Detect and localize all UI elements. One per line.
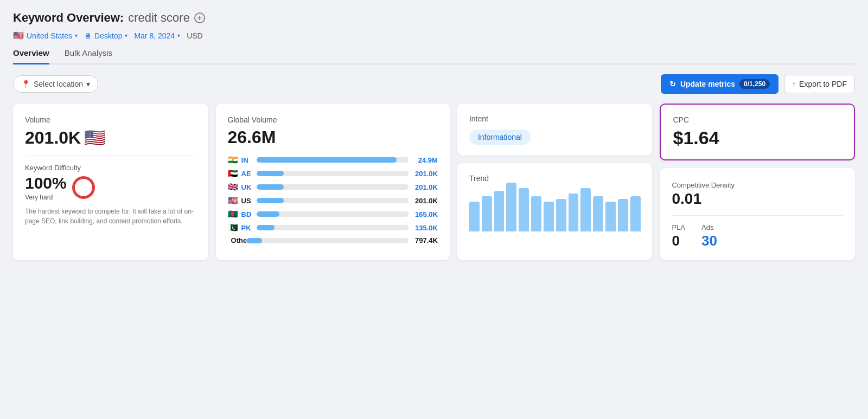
- cpc-card: CPC $1.64: [660, 104, 855, 160]
- select-location-label: Select location: [34, 80, 83, 88]
- cpc-label: CPC: [673, 115, 842, 124]
- country-flag: 🇺🇸: [228, 196, 238, 205]
- ads-value: 30: [701, 233, 717, 249]
- tab-overview[interactable]: Overview: [13, 48, 49, 65]
- difficulty-section: Keyword Difficulty 100% Very hard The ha…: [25, 164, 196, 226]
- device-selector[interactable]: 🖥 Desktop ▾: [84, 31, 127, 40]
- bar-fill: [257, 225, 275, 230]
- country-flag: 🇵🇰: [228, 223, 238, 233]
- update-metrics-count: 0/1,250: [739, 79, 770, 89]
- select-location-chevron-icon: ▾: [86, 80, 90, 88]
- add-keyword-icon[interactable]: +: [194, 12, 205, 23]
- toolbar: 🇺🇸 United States ▾ 🖥 Desktop ▾ Mar 8, 20…: [13, 30, 855, 41]
- country-row: 🇺🇸 US 201.0K: [228, 196, 438, 205]
- intent-label: Intent: [469, 114, 641, 123]
- location-flag: 🇺🇸: [13, 30, 24, 41]
- ads-label: Ads: [701, 223, 717, 231]
- trend-bar: [519, 188, 529, 231]
- export-label: Export to PDF: [799, 80, 847, 88]
- country-value: 201.0K: [412, 183, 438, 191]
- tab-bulk-analysis[interactable]: Bulk Analysis: [65, 48, 112, 65]
- cards-row: Volume 201.0K 🇺🇸 Keyword Difficulty 100%…: [13, 104, 855, 260]
- location-chevron-icon: ▾: [75, 33, 78, 38]
- country-row: 🇵🇰 PK 135.0K: [228, 223, 438, 233]
- cpc-value: $1.64: [673, 127, 842, 149]
- page-title-keyword: credit score: [128, 11, 190, 25]
- comp-density-section: Competitive Density 0.01: [672, 181, 843, 208]
- volume-flag: 🇺🇸: [84, 127, 106, 148]
- pla-label: PLA: [672, 223, 685, 231]
- update-metrics-label: Update metrics: [680, 80, 735, 88]
- country-code: PK: [241, 224, 253, 232]
- country-bars: 🇮🇳 IN 24.9M 🇦🇪 AE 201.0K 🇬🇧 UK 201.0K 🇺🇸…: [228, 155, 438, 244]
- country-row: 🇬🇧 UK 201.0K: [228, 182, 438, 192]
- trend-bar: [569, 194, 579, 231]
- update-metrics-button[interactable]: ↻ Update metrics 0/1,250: [661, 74, 778, 94]
- global-volume-value: 26.6M: [228, 127, 438, 147]
- page-title-prefix: Keyword Overview:: [13, 11, 124, 25]
- country-row: 🇮🇳 IN 24.9M: [228, 155, 438, 165]
- bar-fill: [246, 238, 263, 243]
- trend-bar: [469, 202, 480, 231]
- country-value: 24.9M: [412, 156, 438, 164]
- location-label: United States: [27, 31, 72, 40]
- difficulty-value: 100%: [25, 174, 67, 192]
- trend-card: Trend: [457, 163, 653, 260]
- bar-container: [257, 211, 409, 217]
- bar-fill: [257, 211, 279, 217]
- country-value: 201.0K: [412, 197, 438, 205]
- trend-bar: [556, 199, 566, 231]
- controls-row: 📍 Select location ▾ ↻ Update metrics 0/1…: [13, 74, 855, 94]
- bar-fill: [257, 157, 397, 163]
- country-code: US: [241, 197, 253, 205]
- country-code: BD: [241, 210, 253, 218]
- country-value: 165.0K: [412, 210, 438, 218]
- country-flag: 🇧🇩: [228, 209, 238, 219]
- page-header: Keyword Overview: credit score + 🇺🇸 Unit…: [13, 11, 855, 65]
- country-flag: 🇮🇳: [228, 155, 238, 165]
- country-code: IN: [241, 156, 253, 164]
- bar-container: [246, 238, 409, 243]
- country-code: AE: [241, 170, 253, 178]
- volume-card: Volume 201.0K 🇺🇸 Keyword Difficulty 100%…: [13, 104, 208, 260]
- bar-container: [257, 225, 409, 230]
- intent-badge: Informational: [469, 130, 531, 145]
- trend-chart: [469, 188, 641, 231]
- bar-container: [257, 184, 409, 190]
- difficulty-ring-icon: [72, 176, 95, 199]
- difficulty-description: The hardest keyword to compete for. It w…: [25, 207, 196, 226]
- date-selector[interactable]: Mar 8, 2024 ▾: [134, 31, 180, 40]
- bar-container: [257, 157, 409, 163]
- volume-label: Volume: [25, 115, 196, 124]
- bar-fill: [257, 198, 284, 203]
- country-value: 797.4K: [412, 236, 438, 244]
- trend-bar: [494, 191, 505, 231]
- intent-card: Intent Informational: [457, 104, 653, 156]
- trend-bar: [593, 196, 603, 231]
- currency-label: USD: [187, 31, 203, 40]
- country-code: Other: [231, 236, 243, 244]
- trend-bar: [605, 202, 616, 231]
- difficulty-value-row: 100% Very hard: [25, 174, 196, 201]
- comp-divider: [672, 215, 843, 216]
- country-value: 201.0K: [412, 170, 438, 178]
- location-selector[interactable]: 🇺🇸 United States ▾: [13, 30, 78, 41]
- ads-item: Ads 30: [701, 223, 717, 249]
- intent-trend-column: Intent Informational Trend: [457, 104, 653, 260]
- select-location-button[interactable]: 📍 Select location ▾: [13, 75, 98, 93]
- trend-label: Trend: [469, 174, 641, 183]
- volume-value: 201.0K 🇺🇸: [25, 127, 196, 148]
- country-flag: 🇬🇧: [228, 182, 238, 192]
- export-pdf-button[interactable]: ↑ Export to PDF: [784, 75, 855, 93]
- bar-fill: [257, 184, 284, 190]
- device-label: Desktop: [94, 31, 122, 40]
- date-chevron-icon: ▾: [177, 33, 180, 38]
- bar-fill: [257, 171, 284, 176]
- comp-density-label: Competitive Density: [672, 181, 843, 189]
- trend-bar: [580, 188, 591, 231]
- device-icon: 🖥: [84, 31, 92, 40]
- global-volume-card: Global Volume 26.6M 🇮🇳 IN 24.9M 🇦🇪 AE 20…: [216, 104, 450, 260]
- controls-right: ↻ Update metrics 0/1,250 ↑ Export to PDF: [661, 74, 855, 94]
- trend-bar: [630, 196, 641, 231]
- global-volume-label: Global Volume: [228, 115, 438, 124]
